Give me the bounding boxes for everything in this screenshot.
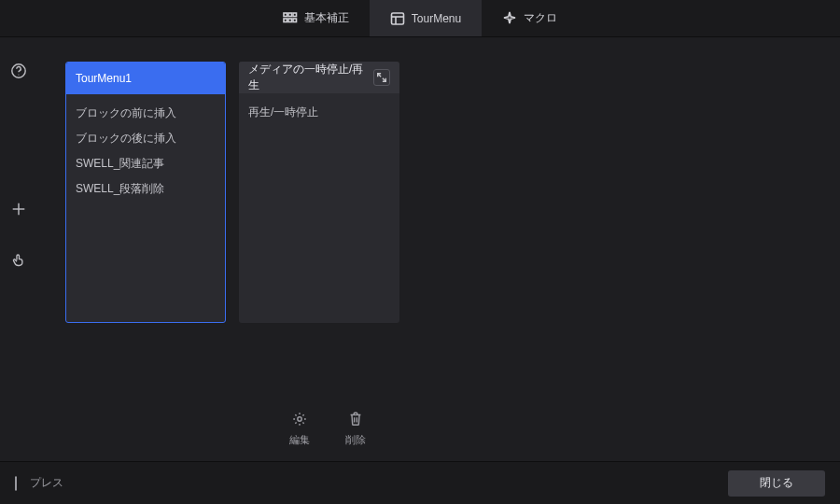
footer-hint: プレス	[30, 475, 63, 491]
panel-header[interactable]: TourMenu1	[66, 63, 225, 94]
panel-body: ブロックの前に挿入 ブロックの後に挿入 SWELL_関連記事 SWELL_段落削…	[66, 94, 225, 322]
panel-header[interactable]: メディアの一時停止/再生	[239, 62, 399, 93]
gear-icon	[291, 411, 308, 429]
close-button[interactable]: 閉じる	[728, 470, 825, 497]
tab-macro[interactable]: マクロ	[482, 0, 578, 36]
svg-rect-5	[293, 19, 297, 22]
panel-media-pause-play[interactable]: メディアの一時停止/再生 再生/一時停止	[239, 62, 399, 323]
delete-button[interactable]: 削除	[345, 411, 366, 447]
tab-label: 基本補正	[304, 10, 349, 26]
svg-rect-6	[391, 13, 403, 24]
svg-rect-4	[288, 19, 292, 22]
edit-button[interactable]: 編集	[289, 411, 310, 447]
sparkle-icon	[502, 11, 517, 26]
tab-label: マクロ	[524, 10, 557, 26]
list-item[interactable]: ブロックの前に挿入	[76, 105, 216, 121]
svg-rect-3	[284, 19, 287, 22]
list-item[interactable]: 再生/一時停止	[248, 105, 390, 120]
svg-rect-0	[284, 13, 287, 17]
layout-icon	[390, 11, 405, 26]
panel-tourmenu1[interactable]: TourMenu1 ブロックの前に挿入 ブロックの後に挿入 SWELL_関連記事…	[65, 62, 226, 323]
list-item[interactable]: SWELL_関連記事	[76, 156, 216, 172]
panels-row: TourMenu1 ブロックの前に挿入 ブロックの後に挿入 SWELL_関連記事…	[37, 37, 840, 332]
gesture-button[interactable]	[6, 246, 32, 273]
add-button[interactable]	[6, 196, 32, 222]
help-button[interactable]	[6, 58, 32, 84]
list-item[interactable]: SWELL_段落削除	[76, 181, 216, 197]
panel-body: 再生/一時停止	[239, 93, 399, 323]
svg-point-13	[298, 417, 301, 421]
tab-tourmenu[interactable]: TourMenu	[370, 0, 482, 36]
tab-basic-correction[interactable]: 基本補正	[262, 0, 370, 36]
svg-rect-1	[288, 13, 292, 17]
panel-title: メディアの一時停止/再生	[248, 62, 373, 93]
action-label: 編集	[289, 433, 310, 447]
top-tab-bar: 基本補正 TourMenu マクロ	[0, 0, 840, 37]
main-area: TourMenu1 ブロックの前に挿入 ブロックの後に挿入 SWELL_関連記事…	[0, 37, 840, 461]
mouse-icon	[15, 477, 17, 490]
left-sidebar	[0, 37, 37, 461]
svg-point-10	[18, 75, 19, 76]
expand-icon[interactable]	[373, 69, 390, 86]
panel-actions: 編集 削除	[289, 411, 366, 447]
svg-rect-2	[293, 13, 297, 17]
panel-title: TourMenu1	[76, 72, 132, 85]
list-item[interactable]: ブロックの後に挿入	[76, 131, 216, 147]
tab-label: TourMenu	[412, 12, 461, 25]
footer-bar: プレス 閉じる	[0, 461, 840, 504]
grid-icon	[283, 11, 298, 26]
trash-icon	[347, 411, 364, 429]
action-label: 削除	[345, 433, 366, 447]
